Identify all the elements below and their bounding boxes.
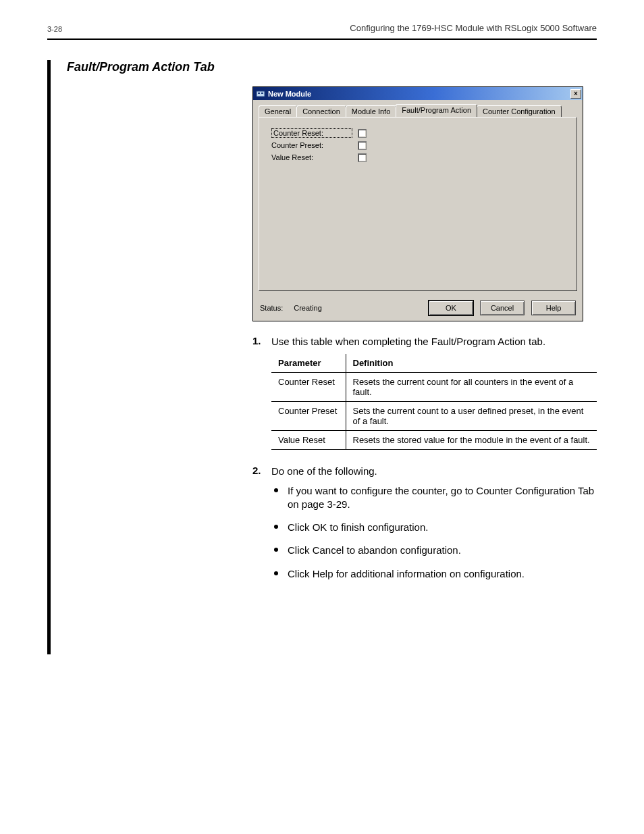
label-counter-preset: Counter Preset: xyxy=(271,141,352,149)
help-button[interactable]: Help xyxy=(531,301,576,315)
dialog-titlebar: New Module × xyxy=(253,87,583,100)
cancel-button[interactable]: Cancel xyxy=(480,301,525,315)
svg-rect-1 xyxy=(258,93,260,94)
svg-rect-0 xyxy=(257,91,265,97)
table-row: Counter Reset Resets the current count f… xyxy=(271,373,597,402)
cell-param: Counter Reset xyxy=(271,373,346,402)
list-item: If you want to configure the counter, go… xyxy=(273,484,597,512)
step-2-options: If you want to configure the counter, go… xyxy=(273,484,597,581)
cell-def: Resets the current count for all counter… xyxy=(346,373,597,402)
ok-button[interactable]: OK xyxy=(429,301,473,315)
page-number: 3-28 xyxy=(47,25,62,33)
svg-rect-2 xyxy=(261,93,263,94)
checkbox-value-reset[interactable] xyxy=(358,153,367,162)
header-divider xyxy=(47,38,597,40)
tab-panel: Counter Reset: Counter Preset: Value Res… xyxy=(259,117,577,291)
cell-param: Value Reset xyxy=(271,431,346,450)
cell-def: Sets the current count to a user defined… xyxy=(346,402,597,431)
table-row: Counter Preset Sets the current count to… xyxy=(271,402,597,431)
table-row: Value Reset Resets the stored value for … xyxy=(271,431,597,450)
table-head-definition: Definition xyxy=(346,354,597,373)
list-item: Click Cancel to abandon configuration. xyxy=(273,544,597,557)
step-2-text: Do one of the following. xyxy=(271,465,377,478)
checkbox-counter-preset[interactable] xyxy=(358,141,367,150)
checkbox-counter-reset[interactable] xyxy=(358,129,367,138)
cell-param: Counter Preset xyxy=(271,402,346,431)
dialog-title: New Module xyxy=(268,90,311,98)
tab-fault-program-action[interactable]: Fault/Program Action xyxy=(396,104,477,117)
new-module-dialog: New Module × General Connection Module I… xyxy=(252,86,583,321)
doc-title: Configuring the 1769-HSC Module with RSL… xyxy=(350,23,597,33)
list-item: Click Help for additional information on… xyxy=(273,567,597,581)
step-2-number: 2. xyxy=(252,465,265,478)
dialog-tabs: General Connection Module Info Fault/Pro… xyxy=(259,104,577,118)
tab-general[interactable]: General xyxy=(259,105,297,118)
section-title: Fault/Program Action Tab xyxy=(67,60,597,74)
step-1-text: Use this table when completing the Fault… xyxy=(271,335,545,348)
label-value-reset: Value Reset: xyxy=(271,153,352,161)
label-counter-reset: Counter Reset: xyxy=(271,128,352,138)
tab-connection[interactable]: Connection xyxy=(296,105,346,118)
step-1-number: 1. xyxy=(252,335,265,348)
tab-counter-configuration[interactable]: Counter Configuration xyxy=(477,105,562,118)
status-label: Status: xyxy=(260,304,283,312)
cell-def: Resets the stored value for the module i… xyxy=(346,431,597,450)
status-value: Creating xyxy=(294,304,322,312)
section-vertical-rule xyxy=(47,60,51,654)
table-head-parameter: Parameter xyxy=(271,354,346,373)
tab-module-info[interactable]: Module Info xyxy=(346,105,396,118)
parameter-table: Parameter Definition Counter Reset Reset… xyxy=(271,354,597,450)
list-item: Click OK to finish configuration. xyxy=(273,521,597,534)
app-icon xyxy=(256,89,265,99)
close-icon[interactable]: × xyxy=(570,89,581,99)
